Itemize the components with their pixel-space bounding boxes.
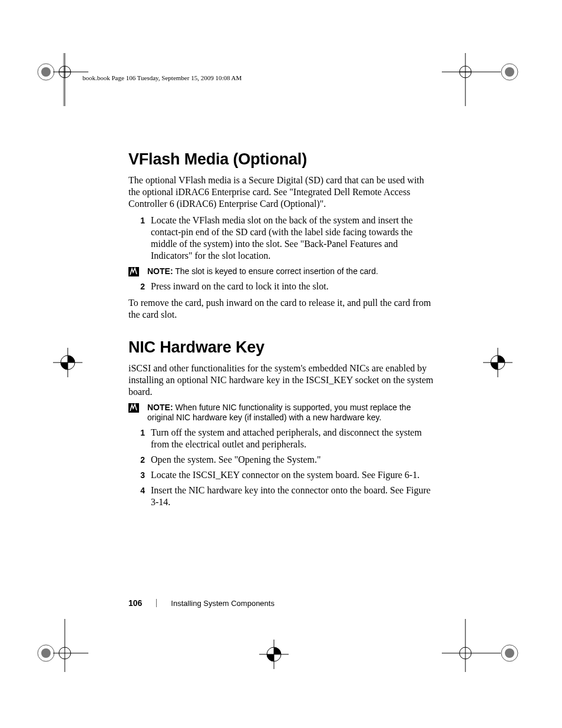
paragraph: iSCSI and other functionalities for the …: [128, 363, 435, 398]
registration-mark-icon: [442, 53, 477, 88]
page-footer: 106 Installing System Components: [128, 598, 275, 608]
svg-point-15: [505, 67, 514, 77]
step-number: 3: [128, 469, 151, 480]
list-item: 2 Press inward on the card to lock it in…: [128, 281, 435, 292]
registration-mark-icon: [442, 619, 477, 654]
registration-mark-icon: [35, 53, 71, 88]
footer-divider: [156, 599, 157, 607]
list-item: 2 Open the system. See "Opening the Syst…: [128, 454, 435, 466]
note-body: When future NIC functionality is support…: [147, 403, 411, 423]
heading-nic: NIC Hardware Key: [128, 338, 435, 357]
note-label: NOTE:: [147, 266, 173, 276]
note: NOTE: When future NIC functionality is s…: [128, 403, 435, 423]
note-body: The slot is keyed to ensure correct inse…: [175, 266, 378, 276]
svg-point-23: [41, 648, 51, 658]
note: NOTE: The slot is keyed to ensure correc…: [128, 266, 435, 277]
registration-mark-icon: [35, 619, 71, 654]
note-icon: [128, 267, 139, 276]
step-list: 1 Locate the VFlash media slot on the ba…: [128, 215, 435, 262]
step-text: Insert the NIC hardware key into the con…: [151, 485, 435, 508]
step-text: Turn off the system and attached periphe…: [151, 427, 435, 450]
footer-section-name: Installing System Components: [171, 599, 275, 608]
list-item: 4 Insert the NIC hardware key into the c…: [128, 485, 435, 508]
step-list: 2 Press inward on the card to lock it in…: [128, 281, 435, 292]
step-text: Locate the ISCSI_KEY connector on the sy…: [151, 469, 435, 481]
step-list: 1 Turn off the system and attached perip…: [128, 427, 435, 508]
note-label: NOTE:: [147, 403, 173, 412]
step-text: Press inward on the card to lock it into…: [151, 281, 435, 292]
page-number: 106: [128, 598, 142, 608]
registration-mark-icon: [477, 342, 513, 377]
registration-mark-icon: [253, 634, 289, 669]
step-number: 1: [128, 427, 151, 437]
running-head: book.book Page 106 Tuesday, September 15…: [82, 74, 242, 81]
heading-vflash: VFlash Media (Optional): [128, 150, 435, 169]
main-content: VFlash Media (Optional) The optional VFl…: [128, 150, 435, 513]
paragraph: To remove the card, push inward on the c…: [128, 297, 435, 321]
svg-point-34: [505, 648, 514, 658]
step-number: 4: [128, 485, 151, 495]
note-text: NOTE: When future NIC functionality is s…: [147, 403, 435, 423]
step-number: 2: [128, 454, 151, 465]
page: book.book Page 106 Tuesday, September 15…: [0, 0, 562, 728]
step-number: 1: [128, 215, 151, 225]
list-item: 1 Locate the VFlash media slot on the ba…: [128, 215, 435, 262]
step-text: Locate the VFlash media slot on the back…: [151, 215, 435, 262]
registration-mark-icon: [47, 342, 82, 377]
step-text: Open the system. See "Opening the System…: [151, 454, 435, 466]
step-number: 2: [128, 281, 151, 291]
note-text: NOTE: The slot is keyed to ensure correc…: [147, 266, 435, 277]
list-item: 1 Turn off the system and attached perip…: [128, 427, 435, 450]
note-icon: [128, 403, 139, 413]
list-item: 3 Locate the ISCSI_KEY connector on the …: [128, 469, 435, 481]
paragraph: The optional VFlash media is a Secure Di…: [128, 174, 435, 210]
svg-point-3: [41, 67, 51, 77]
